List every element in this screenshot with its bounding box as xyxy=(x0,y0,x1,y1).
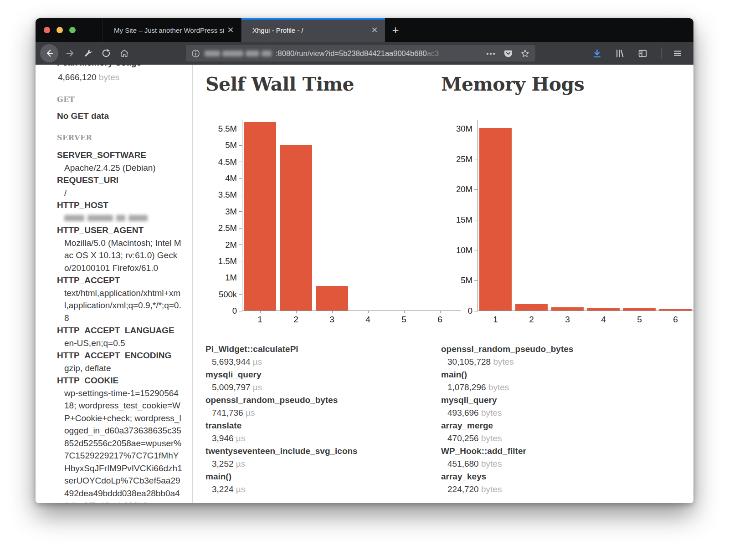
list-item: main()1,078,296 bytes xyxy=(441,368,677,394)
server-section-heading: SERVER xyxy=(57,133,183,142)
value-number: 3,946 xyxy=(212,433,236,443)
zoom-window-button[interactable] xyxy=(69,27,76,33)
server-value: Mozilla/5.0 (Macintosh; Intel Mac OS X 1… xyxy=(57,237,183,275)
function-name: translate xyxy=(205,419,441,432)
value-unit: bytes xyxy=(488,382,509,392)
x-axis-label: 3 xyxy=(559,315,577,325)
x-axis-tick xyxy=(260,311,261,313)
library-button[interactable] xyxy=(612,46,627,61)
function-value: 224,720 bytes xyxy=(441,483,677,496)
y-axis-label: 4M xyxy=(202,173,237,184)
blurred-host xyxy=(205,51,274,56)
value-number: 5,693,944 xyxy=(212,357,253,367)
self-wall-time-chart: 0500k1M1.5M2M2.5M3M3.5M4M4.5M5M5.5M12345… xyxy=(242,120,461,311)
request-sidebar[interactable]: Peak Memory Usage 4,666,120 bytes GET No… xyxy=(36,65,193,503)
y-axis-label: 10M xyxy=(438,245,472,256)
function-name: openssl_random_pseudo_bytes xyxy=(205,394,441,407)
server-value: Apache/2.4.25 (Debian) xyxy=(57,162,183,174)
function-value: 3,224 µs xyxy=(205,483,441,496)
value-unit: bytes xyxy=(99,72,119,82)
y-axis-label: 2.5M xyxy=(202,223,237,234)
x-axis-tick xyxy=(640,311,640,313)
server-key: HTTP_HOST xyxy=(57,199,183,212)
menu-button[interactable] xyxy=(670,46,685,61)
url-bar[interactable]: :8080/run/view?id=5b238d84421aa9004b680 … xyxy=(186,45,535,61)
function-name: array_keys xyxy=(441,470,677,483)
value-number: 224,720 xyxy=(447,484,481,494)
memory-hogs-chart: 05M10M15M20M25M30M123456 xyxy=(477,120,693,311)
blur-block xyxy=(128,215,148,221)
server-value: gzip, deflate xyxy=(57,362,183,375)
desktop: { "colors": { "bar": "#e0573c", "tab_acc… xyxy=(0,0,729,560)
library-icon xyxy=(615,49,625,58)
y-axis-tick xyxy=(239,278,242,278)
y-axis-tick xyxy=(474,220,478,220)
profile-main: Self Wall Time 0500k1M1.5M2M2.5M3M3.5M4M… xyxy=(193,65,693,503)
y-axis-label: 3.5M xyxy=(202,189,237,200)
titlebar: My Site – Just another WordPress si ✕ Xh… xyxy=(36,18,693,42)
function-name: twentyseventeen_include_svg_icons xyxy=(205,445,441,458)
y-axis-label: 4.5M xyxy=(202,157,237,168)
y-axis-tick xyxy=(474,189,478,190)
chart-title: Memory Hogs xyxy=(441,73,677,96)
server-key: SERVER_SOFTWARE xyxy=(57,149,183,162)
toolbar-right xyxy=(589,46,688,61)
y-axis-tick xyxy=(239,294,242,295)
y-axis-tick xyxy=(239,195,242,195)
bar-3 xyxy=(316,286,348,311)
new-tab-button[interactable]: + xyxy=(385,18,406,42)
y-axis-label: 25M xyxy=(438,154,472,165)
y-axis-tick xyxy=(239,178,242,179)
y-axis-label: 5M xyxy=(438,275,472,286)
x-axis-tick xyxy=(604,311,604,313)
value-number: 30,105,728 xyxy=(447,357,493,367)
y-axis-tick xyxy=(239,228,242,229)
reload-button[interactable] xyxy=(98,46,114,61)
site-info-icon[interactable] xyxy=(191,49,200,58)
function-name: Pi_Widget::calculatePi xyxy=(205,343,441,356)
list-item: WP_Hook::add_filter451,680 bytes xyxy=(441,445,677,470)
x-axis-tick xyxy=(404,311,405,313)
y-axis-label: 5.5M xyxy=(202,123,237,134)
page-actions-icon[interactable]: ••• xyxy=(486,50,496,57)
wall-time-function-list: Pi_Widget::calculatePi5,693,944 µsmysqli… xyxy=(205,343,441,496)
list-item: array_keys224,720 bytes xyxy=(441,470,677,496)
y-axis-label: 0 xyxy=(438,305,472,316)
bookmark-star-icon[interactable] xyxy=(520,49,530,58)
server-key: HTTP_ACCEPT_LANGUAGE xyxy=(57,324,183,337)
minimize-window-button[interactable] xyxy=(56,27,63,33)
value-unit: µs xyxy=(246,408,255,417)
tab-xhgui-profile[interactable]: Xhgui - Profile - / ✕ xyxy=(241,18,385,42)
x-axis-label: 2 xyxy=(523,315,541,325)
toolbar-divider xyxy=(661,47,662,59)
tab-wordpress-site[interactable]: My Site – Just another WordPress si ✕ xyxy=(103,18,241,42)
function-name: main() xyxy=(441,368,677,381)
sidebar-toggle-button[interactable] xyxy=(635,46,650,61)
value-number: 3,252 xyxy=(212,459,236,468)
close-tab-icon[interactable]: ✕ xyxy=(225,25,236,35)
page-content: Peak Memory Usage 4,666,120 bytes GET No… xyxy=(36,65,693,503)
forward-arrow-icon xyxy=(65,48,75,58)
pocket-icon[interactable] xyxy=(503,49,513,58)
no-get-data-text: No GET data xyxy=(57,110,183,122)
x-axis-label: 4 xyxy=(595,315,613,325)
close-window-button[interactable] xyxy=(44,27,50,33)
y-axis-label: 0 xyxy=(202,305,237,316)
server-key: HTTP_ACCEPT xyxy=(57,274,183,287)
bar-1 xyxy=(479,128,512,311)
home-button[interactable] xyxy=(117,46,132,61)
function-name: main() xyxy=(205,470,441,483)
y-axis-tick xyxy=(239,211,242,212)
downloads-button[interactable] xyxy=(589,46,605,61)
page-tools-button[interactable] xyxy=(80,46,96,61)
x-axis-label: 3 xyxy=(323,315,341,325)
close-tab-icon[interactable]: ✕ xyxy=(369,25,380,35)
x-axis-label: 4 xyxy=(359,315,377,325)
traffic-lights xyxy=(36,18,103,42)
function-value: 493,696 bytes xyxy=(441,407,677,419)
value-unit: bytes xyxy=(481,408,502,417)
y-axis-tick xyxy=(239,261,242,261)
y-axis-tick xyxy=(239,145,242,146)
back-button[interactable] xyxy=(40,44,58,62)
forward-button[interactable] xyxy=(62,46,77,61)
